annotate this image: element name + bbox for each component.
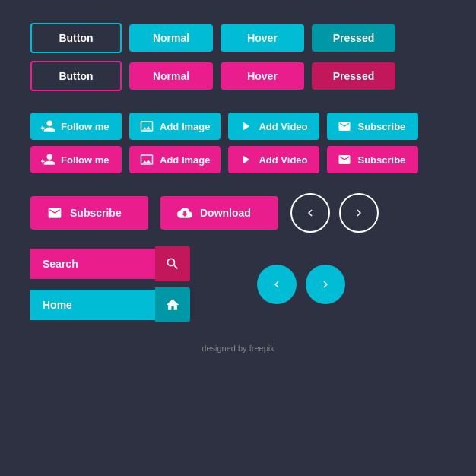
envelope-pink-icon <box>338 153 351 167</box>
follow-me-cyan-label: Follow me <box>61 121 109 132</box>
add-image-pink-button[interactable]: Add Image <box>129 146 221 173</box>
button-outline-cyan-label: Button <box>59 32 93 44</box>
button-outline-pink[interactable]: Button <box>30 61 122 91</box>
add-video-pink-label: Add Video <box>259 154 307 166</box>
add-video-cyan-label: Add Video <box>259 121 307 132</box>
button-pressed-cyan[interactable]: Pressed <box>312 24 395 52</box>
home-label: Home <box>30 290 155 320</box>
search-label: Search <box>30 249 155 279</box>
button-pressed-pink[interactable]: Pressed <box>312 62 395 90</box>
footer: designed by freepik <box>30 344 446 353</box>
button-outline-pink-label: Button <box>59 70 93 82</box>
button-pressed-cyan-label: Pressed <box>333 32 374 44</box>
subscribe-pink-label: Subscribe <box>357 154 405 166</box>
add-video-cyan-button[interactable]: Add Video <box>228 113 319 140</box>
user-plus-pink-icon <box>41 153 55 167</box>
search-icon-box[interactable] <box>155 246 190 281</box>
search-icon <box>165 256 180 271</box>
button-pressed-pink-label: Pressed <box>333 70 374 82</box>
button-normal-cyan-label: Normal <box>153 32 189 44</box>
subscribe-pink-button[interactable]: Subscribe <box>327 146 418 173</box>
home-icon <box>165 297 180 313</box>
search-input-row: Search <box>30 246 190 281</box>
home-input-row: Home <box>30 287 190 322</box>
user-plus-icon <box>41 119 55 133</box>
download-label: Download <box>200 207 251 219</box>
video-icon <box>239 119 252 133</box>
outline-arrow-group <box>290 193 379 233</box>
envelope-subscribe-icon <box>47 205 62 221</box>
subscribe-action-button[interactable]: Subscribe <box>30 196 148 230</box>
follow-me-pink-button[interactable]: Follow me <box>30 146 122 173</box>
subscribe-action-label: Subscribe <box>70 207 122 219</box>
next-outline-button[interactable] <box>339 193 379 233</box>
image-icon <box>140 119 154 133</box>
follow-me-cyan-button[interactable]: Follow me <box>30 113 122 140</box>
envelope-cyan-icon <box>338 119 351 133</box>
next-cyan-button[interactable] <box>306 265 345 304</box>
button-hover-cyan-label: Hover <box>247 32 278 44</box>
button-normal-pink-label: Normal <box>153 70 189 82</box>
download-icon <box>177 205 192 221</box>
button-normal-cyan[interactable]: Normal <box>129 24 213 52</box>
footer-text: designed by freepik <box>202 344 274 353</box>
add-video-pink-button[interactable]: Add Video <box>228 146 319 173</box>
button-hover-pink[interactable]: Hover <box>221 62 304 90</box>
button-hover-cyan[interactable]: Hover <box>221 24 304 52</box>
button-outline-cyan[interactable]: Button <box>30 23 122 53</box>
button-normal-pink[interactable]: Normal <box>129 62 213 90</box>
button-hover-pink-label: Hover <box>247 70 278 82</box>
home-icon-box[interactable] <box>155 287 190 322</box>
subscribe-cyan-label: Subscribe <box>357 121 405 132</box>
add-image-cyan-label: Add Image <box>160 121 210 132</box>
subscribe-cyan-button[interactable]: Subscribe <box>327 113 418 140</box>
follow-me-pink-label: Follow me <box>61 154 109 166</box>
add-image-cyan-button[interactable]: Add Image <box>129 113 221 140</box>
prev-outline-button[interactable] <box>290 193 330 233</box>
prev-cyan-button[interactable] <box>257 265 297 304</box>
video-pink-icon <box>239 153 252 167</box>
cyan-arrow-group <box>257 265 345 304</box>
add-image-pink-label: Add Image <box>160 154 210 166</box>
download-button[interactable]: Download <box>160 196 278 230</box>
image-pink-icon <box>140 153 154 167</box>
nav-input-group: Search Home <box>30 246 190 322</box>
